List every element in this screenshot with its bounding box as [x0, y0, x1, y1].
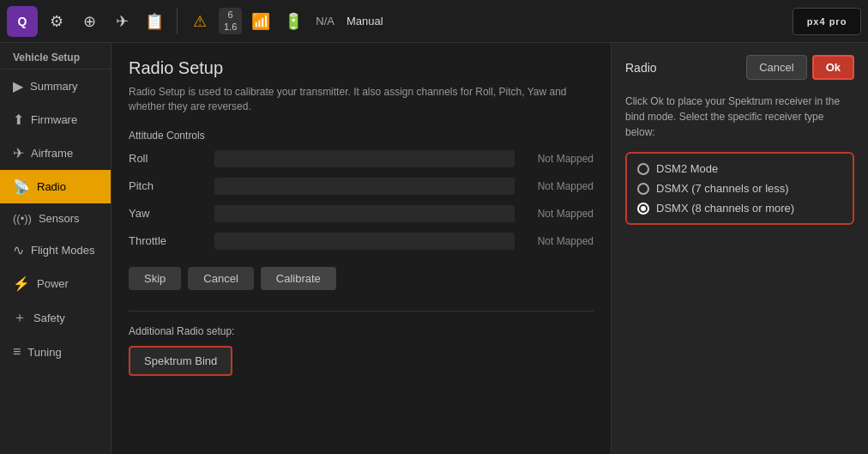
- sidebar-label-sensors: Sensors: [39, 212, 80, 225]
- sensors-icon: ((•)): [13, 212, 32, 225]
- panel-description: Click Ok to place your Spektrum receiver…: [625, 94, 854, 140]
- panel-ok-button[interactable]: Ok: [812, 55, 854, 80]
- yaw-value: Not Mapped: [525, 208, 594, 220]
- power-icon: ⚡: [13, 275, 30, 292]
- radio-label-dsmx8: DSMX (8 channels or more): [656, 202, 794, 215]
- sidebar-label-power: Power: [37, 277, 69, 290]
- sidebar-item-safety[interactable]: ＋ Safety: [0, 300, 111, 336]
- sidebar-item-power[interactable]: ⚡ Power: [0, 267, 111, 300]
- signal-icon: 📶: [247, 8, 274, 35]
- doc-icon[interactable]: 📋: [141, 8, 168, 35]
- control-row-pitch: Pitch Not Mapped: [129, 178, 594, 195]
- sidebar-item-airframe[interactable]: ✈ Airframe: [0, 136, 111, 170]
- action-buttons: Skip Cancel Calibrate: [129, 267, 594, 290]
- panel-cancel-button[interactable]: Cancel: [746, 55, 806, 80]
- sidebar-label-tuning: Tuning: [27, 346, 61, 359]
- radio-label-dsm2: DSM2 Mode: [656, 162, 718, 175]
- roll-value: Not Mapped: [525, 153, 594, 165]
- firmware-icon: ⬆: [13, 112, 24, 128]
- radio-option-dsmx8[interactable]: DSMX (8 channels or more): [637, 202, 842, 215]
- control-row-roll: Roll Not Mapped: [129, 150, 594, 167]
- radio-circle-dsm2: [637, 163, 649, 175]
- yaw-bar: [214, 205, 515, 222]
- sidebar-label-airframe: Airframe: [31, 147, 73, 160]
- section-attitude-title: Attitude Controls: [129, 130, 594, 142]
- roll-label: Roll: [129, 152, 214, 165]
- sidebar-item-summary[interactable]: ▶ Summary: [0, 70, 111, 103]
- sidebar-item-tuning[interactable]: ≡ Tuning: [0, 336, 111, 368]
- receiver-type-group: DSM2 Mode DSMX (7 channels or less) DSMX…: [625, 152, 854, 225]
- content-divider: [129, 311, 594, 312]
- radio-label-dsmx7: DSMX (7 channels or less): [656, 182, 789, 195]
- safety-icon: ＋: [13, 309, 27, 327]
- yaw-label: Yaw: [129, 207, 214, 220]
- main-layout: Vehicle Setup ▶ Summary ⬆ Firmware ✈ Air…: [0, 43, 868, 454]
- panel-title: Radio: [625, 61, 657, 75]
- px4-logo: px4 pro: [793, 8, 861, 35]
- cancel-button[interactable]: Cancel: [188, 267, 253, 290]
- sidebar-label-flight-modes: Flight Modes: [31, 244, 94, 257]
- mode-label: Manual: [347, 15, 383, 27]
- sidebar-label-firmware: Firmware: [31, 113, 77, 126]
- topbar: Q ⚙ ⊕ ✈ 📋 ⚠ 6 1.6 📶 🔋 N/A Manual px4 pro: [0, 0, 868, 43]
- radio-circle-dsmx8: [637, 203, 649, 215]
- send-icon[interactable]: ✈: [108, 8, 136, 35]
- additional-radio-title: Additional Radio setup:: [129, 325, 594, 337]
- tuning-icon: ≡: [13, 344, 21, 360]
- content-area: Radio Setup Radio Setup is used to calib…: [112, 43, 611, 454]
- battery-label: N/A: [316, 15, 335, 27]
- flight-modes-icon: ∿: [13, 242, 24, 258]
- summary-icon: ▶: [13, 78, 23, 94]
- sidebar-label-summary: Summary: [30, 80, 78, 93]
- pitch-bar: [214, 178, 515, 195]
- settings-icon[interactable]: ⚙: [43, 8, 70, 35]
- panel-header: Radio Cancel Ok: [625, 55, 854, 80]
- panel-action-buttons: Cancel Ok: [746, 55, 854, 80]
- pitch-value: Not Mapped: [525, 180, 594, 192]
- calibrate-button[interactable]: Calibrate: [261, 267, 336, 290]
- page-title: Radio Setup: [129, 58, 594, 78]
- sidebar-header: Vehicle Setup: [0, 43, 111, 70]
- throttle-bar: [214, 233, 515, 250]
- sidebar-label-radio: Radio: [37, 180, 66, 193]
- sidebar-item-sensors[interactable]: ((•)) Sensors: [0, 203, 111, 233]
- control-row-throttle: Throttle Not Mapped: [129, 233, 594, 250]
- page-description: Radio Setup is used to calibrate your tr…: [129, 85, 594, 114]
- warning-icon[interactable]: ⚠: [186, 8, 214, 35]
- sidebar: Vehicle Setup ▶ Summary ⬆ Firmware ✈ Air…: [0, 43, 112, 454]
- app-logo[interactable]: Q: [7, 6, 38, 37]
- sidebar-item-radio[interactable]: 📡 Radio: [0, 170, 111, 203]
- radio-circle-dsmx7: [637, 183, 649, 195]
- pitch-label: Pitch: [129, 179, 214, 192]
- sidebar-label-safety: Safety: [33, 312, 65, 324]
- tools-badge: 6 1.6: [219, 8, 242, 33]
- radio-option-dsmx7[interactable]: DSMX (7 channels or less): [637, 182, 842, 195]
- sidebar-item-flight-modes[interactable]: ∿ Flight Modes: [0, 233, 111, 267]
- sidebar-item-firmware[interactable]: ⬆ Firmware: [0, 103, 111, 136]
- radio-icon: 📡: [13, 179, 30, 195]
- radio-panel: Radio Cancel Ok Click Ok to place your S…: [611, 43, 868, 454]
- spektrum-bind-button[interactable]: Spektrum Bind: [129, 346, 232, 376]
- throttle-label: Throttle: [129, 234, 214, 247]
- divider-1: [177, 9, 178, 34]
- roll-bar: [214, 150, 515, 167]
- location-icon[interactable]: ⊕: [75, 8, 103, 35]
- skip-button[interactable]: Skip: [129, 267, 181, 290]
- airframe-icon: ✈: [13, 145, 24, 161]
- throttle-value: Not Mapped: [525, 235, 594, 247]
- battery-icon: 🔋: [280, 8, 307, 35]
- control-row-yaw: Yaw Not Mapped: [129, 205, 594, 222]
- radio-option-dsm2[interactable]: DSM2 Mode: [637, 162, 842, 175]
